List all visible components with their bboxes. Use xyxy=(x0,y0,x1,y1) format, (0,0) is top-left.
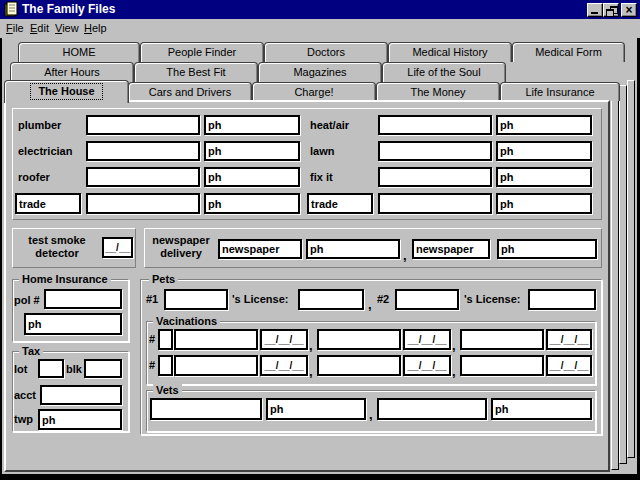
minimize-icon xyxy=(591,12,598,14)
newspaper1-phone-input[interactable] xyxy=(306,239,400,259)
pets-title: Pets xyxy=(149,273,178,286)
menu-item-file[interactable]: File xyxy=(6,22,24,34)
vet2-name-input[interactable] xyxy=(377,398,487,420)
tab-medical-history[interactable]: Medical History xyxy=(388,42,512,62)
roofer-phone-input[interactable] xyxy=(204,167,300,187)
vacc-num-input[interactable] xyxy=(158,329,173,350)
vacc-date-input[interactable] xyxy=(546,355,592,376)
vacc-name-input[interactable] xyxy=(460,329,544,350)
menu-item-help[interactable]: Help xyxy=(84,22,107,34)
blk-label: blk xyxy=(66,363,82,375)
smoke-date-input[interactable] xyxy=(102,237,133,258)
vacc-date-input[interactable] xyxy=(546,329,592,350)
electrician-phone-input[interactable] xyxy=(204,141,300,161)
plumber-name-input[interactable] xyxy=(86,115,200,135)
vacc-date-input[interactable] xyxy=(403,329,451,350)
separator-comma: , xyxy=(403,248,407,263)
vacc-name-input[interactable] xyxy=(317,329,401,350)
vacc-date-input[interactable] xyxy=(403,355,451,376)
newspaper2-phone-input[interactable] xyxy=(497,239,597,259)
pet2-license-input[interactable] xyxy=(528,289,596,310)
pet1-name-input[interactable] xyxy=(164,289,228,310)
blk-input[interactable] xyxy=(84,359,122,378)
tab-cars-and-drivers[interactable]: Cars and Drivers xyxy=(128,82,252,101)
trade2-label-input[interactable] xyxy=(307,193,373,214)
trade1-name-input[interactable] xyxy=(86,193,200,214)
home-insurance-title: Home Insurance xyxy=(19,273,111,286)
lot-input[interactable] xyxy=(38,359,64,378)
twp-phone-input[interactable] xyxy=(38,409,122,430)
tab-people-finder[interactable]: People Finder xyxy=(140,42,264,62)
tab-life-of-the-soul[interactable]: Life of the Soul xyxy=(382,62,506,82)
tab-charge[interactable]: Charge! xyxy=(252,82,376,101)
plumber-label: plumber xyxy=(18,119,61,131)
newspaper1-name-input[interactable] xyxy=(218,239,302,259)
tax-title: Tax xyxy=(19,345,43,358)
tab-after-hours[interactable]: After Hours xyxy=(10,62,134,82)
home-insurance-phone-input[interactable] xyxy=(24,313,122,335)
trade1-phone-input[interactable] xyxy=(204,193,300,214)
trade1-label-input[interactable] xyxy=(15,193,81,214)
twp-label: twp xyxy=(14,413,33,425)
vacc-date-input[interactable] xyxy=(260,355,308,376)
newspaper2-name-input[interactable] xyxy=(412,239,490,259)
trade2-phone-input[interactable] xyxy=(496,193,592,214)
tab-the-house[interactable]: The House xyxy=(4,80,129,103)
fix-it-phone-input[interactable] xyxy=(496,167,592,187)
plumber-phone-input[interactable] xyxy=(204,115,300,135)
fix-it-name-input[interactable] xyxy=(378,167,492,187)
smoke-detector-label: test smokedetector xyxy=(13,234,101,260)
acct-input[interactable] xyxy=(40,385,122,405)
tab-the-money[interactable]: The Money xyxy=(376,82,500,101)
pet1-license-label: 's License: xyxy=(232,293,288,305)
tab-magazines[interactable]: Magazines xyxy=(258,62,382,82)
close-button[interactable]: × xyxy=(621,3,637,17)
vet1-phone-input[interactable] xyxy=(266,398,366,420)
pet2-label: #2 xyxy=(377,293,389,305)
tab-the-best-fit[interactable]: The Best Fit xyxy=(134,62,258,82)
vacc-date-input[interactable] xyxy=(260,329,308,350)
heat-air-name-input[interactable] xyxy=(378,115,492,135)
close-icon: × xyxy=(622,4,636,16)
vacc-name-input[interactable] xyxy=(317,355,401,376)
lawn-name-input[interactable] xyxy=(378,141,492,161)
pet1-label: #1 xyxy=(146,293,158,305)
tab-life-insurance[interactable]: Life Insurance xyxy=(500,82,620,101)
vet2-phone-input[interactable] xyxy=(491,398,592,420)
vacc-num-input[interactable] xyxy=(158,355,173,376)
roofer-name-input[interactable] xyxy=(86,167,200,187)
tab-doctors[interactable]: Doctors xyxy=(264,42,388,62)
trade2-name-input[interactable] xyxy=(378,193,492,214)
pol-number-input[interactable] xyxy=(44,289,122,309)
vet1-name-input[interactable] xyxy=(150,398,262,420)
restore-button[interactable] xyxy=(603,3,619,17)
menu-item-edit[interactable]: Edit xyxy=(30,22,49,34)
electrician-name-input[interactable] xyxy=(86,141,200,161)
window-edge-bottom xyxy=(0,474,640,480)
tab-home[interactable]: HOME xyxy=(18,42,140,62)
lot-label: lot xyxy=(14,363,27,375)
lawn-phone-input[interactable] xyxy=(496,141,592,161)
window-edge-left xyxy=(0,38,2,480)
minimize-button[interactable] xyxy=(587,3,603,17)
separator-comma: , xyxy=(452,364,456,379)
separator-comma: , xyxy=(309,338,313,353)
vacc-name-input[interactable] xyxy=(174,355,258,376)
pet2-name-input[interactable] xyxy=(395,289,459,310)
tab-medical-form[interactable]: Medical Form xyxy=(512,42,625,62)
acct-label: acct xyxy=(14,389,36,401)
window-title: The Family Files xyxy=(22,2,115,16)
vacc-name-input[interactable] xyxy=(460,355,544,376)
newspaper-delivery-label: newspaperdelivery xyxy=(147,234,215,260)
vaccinations-title: Vacinations xyxy=(153,315,220,328)
menu-item-view[interactable]: View xyxy=(55,22,79,34)
vacc-name-input[interactable] xyxy=(174,329,258,350)
page-stack-edge xyxy=(619,85,627,464)
heat-air-label: heat/air xyxy=(310,119,349,131)
heat-air-phone-input[interactable] xyxy=(496,115,592,135)
separator-comma: , xyxy=(309,364,313,379)
pol-number-label: pol # xyxy=(14,294,40,306)
page-stack-edge xyxy=(627,80,635,458)
pet1-license-input[interactable] xyxy=(298,289,364,310)
page-stack-edge xyxy=(611,90,619,470)
